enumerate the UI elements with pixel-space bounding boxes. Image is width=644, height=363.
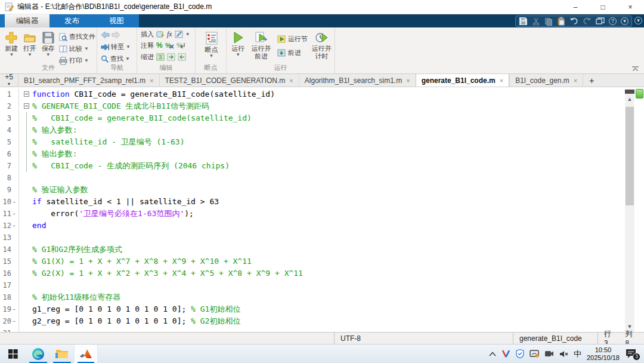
v-app-icon[interactable] — [501, 350, 510, 358]
chevron-down-icon[interactable]: ▼ — [185, 32, 190, 37]
executable-line-marker[interactable]: - — [11, 303, 17, 315]
new-tab-button[interactable]: + — [583, 74, 600, 87]
back-icon[interactable] — [101, 31, 110, 39]
code-line[interactable]: 17 — [0, 279, 625, 291]
indent-right-icon[interactable] — [167, 53, 175, 61]
notification-center-icon[interactable]: 3 — [625, 348, 639, 360]
save-icon[interactable] — [519, 17, 528, 26]
executable-line-marker[interactable] — [11, 267, 17, 279]
code-line[interactable]: 8 — [0, 172, 625, 184]
switch-windows-icon[interactable] — [596, 17, 605, 25]
run-button[interactable]: 运行 ▼ — [229, 29, 247, 60]
security-shield-icon[interactable] — [516, 349, 524, 358]
insert-section-icon[interactable] — [156, 30, 165, 38]
help-icon[interactable]: ? — [609, 17, 617, 25]
save-button[interactable]: 保存 ▼ — [39, 29, 57, 65]
executable-line-marker[interactable]: - — [11, 196, 17, 208]
document-tab[interactable]: generate_B1I_code.m× — [416, 74, 510, 87]
collapse-ribbon-icon[interactable] — [631, 66, 639, 72]
code-line[interactable]: 6% 输出参数: — [0, 148, 625, 160]
breakpoints-button[interactable]: 断点 ▼ — [202, 29, 222, 59]
insert-code-icon[interactable] — [175, 30, 183, 38]
goto-button[interactable]: 转至 ▼ — [101, 42, 137, 51]
executable-line-marker[interactable] — [11, 100, 17, 112]
code-line[interactable]: 1function CB1I_code = generate_B1I_code(… — [0, 88, 625, 100]
line-number[interactable]: 2 — [0, 100, 11, 112]
code-line[interactable]: 9% 验证输入参数 — [0, 184, 625, 196]
uncomment-icon[interactable]: % — [165, 42, 174, 50]
tab-close-icon[interactable]: × — [574, 77, 577, 84]
code-line[interactable]: 21 — [0, 327, 625, 332]
scrollbar-thumb[interactable] — [626, 107, 634, 205]
camera-icon[interactable] — [544, 350, 554, 357]
find-files-button[interactable]: 查找文件 — [59, 32, 95, 41]
taskbar-explorer-button[interactable] — [50, 344, 74, 363]
executable-line-marker[interactable]: - — [11, 315, 17, 327]
executable-line-marker[interactable] — [11, 327, 17, 332]
indent-left-icon[interactable] — [178, 53, 186, 61]
executable-line-marker[interactable] — [11, 232, 17, 244]
line-number[interactable]: 18 — [0, 291, 11, 303]
code-line[interactable]: 7% CB1I_code - 生成的测距码序列 (2046 chips) — [0, 160, 625, 172]
executable-line-marker[interactable]: - — [11, 208, 17, 220]
paste-icon[interactable] — [557, 17, 565, 26]
volume-muted-icon[interactable] — [559, 350, 568, 358]
find-button[interactable]: 查找 ▼ — [101, 54, 137, 63]
document-tab[interactable]: Algorithm_B1I_search_sim1.m× — [299, 74, 416, 87]
line-number[interactable]: 19 — [0, 303, 11, 315]
executable-line-marker[interactable] — [11, 256, 17, 267]
code-line[interactable]: 3% CB1I_code = generate_B1I_code(satelli… — [0, 112, 625, 124]
forward-icon[interactable] — [112, 31, 120, 39]
insert-function-icon[interactable]: fx — [167, 30, 172, 39]
tray-expand-icon[interactable] — [489, 352, 496, 356]
executable-line-marker[interactable] — [11, 291, 17, 303]
fold-marker-icon[interactable] — [24, 103, 29, 109]
ribbon-tab-视图[interactable]: 视图 — [94, 14, 139, 27]
executable-line-marker[interactable] — [11, 184, 17, 196]
line-number[interactable]: 4 — [0, 124, 11, 136]
wrap-comments-icon[interactable]: % — [177, 42, 185, 50]
executable-line-marker[interactable] — [11, 88, 17, 100]
run-and-advance-button[interactable]: 运行并 前进 — [249, 29, 273, 60]
fold-marker-icon[interactable] — [24, 91, 29, 97]
code-line[interactable]: 18% 初始化11级移位寄存器 — [0, 291, 625, 303]
code-line[interactable]: 14% G1和G2序列生成多项式 — [0, 244, 625, 256]
code-line[interactable]: 13 — [0, 232, 625, 244]
document-tab[interactable]: TEST2_B1I_CODE_GENERATION.m× — [159, 74, 299, 87]
executable-line-marker[interactable] — [11, 124, 17, 136]
toolbar-options-icon[interactable]: ▾ — [621, 17, 628, 25]
minimize-button[interactable]: – — [562, 0, 589, 14]
executable-line-marker[interactable]: - — [11, 220, 17, 232]
advance-button[interactable]: 前进 — [277, 48, 308, 57]
tab-overflow-button[interactable]: +5 ▼ — [0, 74, 18, 87]
close-button[interactable]: × — [617, 0, 644, 14]
tab-close-icon[interactable]: × — [150, 77, 153, 84]
tab-close-icon[interactable]: × — [289, 77, 293, 84]
executable-line-marker[interactable] — [11, 279, 17, 291]
new-button[interactable]: 新建 ▼ — [2, 29, 21, 65]
open-button[interactable]: 打开 ▼ — [21, 29, 39, 65]
code-line[interactable]: 15% G1(X) = 1 + X + X^7 + X^8 + X^9 + X^… — [0, 256, 625, 267]
redo-icon[interactable] — [583, 17, 592, 25]
line-number[interactable]: 9 — [0, 184, 11, 196]
line-number[interactable]: 15 — [0, 256, 11, 267]
code-line[interactable]: 20-g2_reg = [0 1 0 1 0 1 0 1 0 1 0]; % G… — [0, 315, 625, 327]
clock[interactable]: 10:50 2025/10/18 — [587, 346, 620, 361]
start-button[interactable] — [0, 344, 26, 363]
ribbon-tab-编辑器[interactable]: 编辑器 — [5, 14, 49, 27]
code-line[interactable]: 4% 输入参数: — [0, 124, 625, 136]
line-number[interactable]: 20 — [0, 315, 11, 327]
vertical-scrollbar[interactable]: ▲ ▼ — [625, 89, 634, 332]
run-and-time-button[interactable]: 运行并 计时 — [310, 29, 333, 60]
maximize-button[interactable]: □ — [589, 0, 617, 14]
ime-indicator[interactable]: 中 — [574, 349, 581, 359]
copy-icon[interactable] — [544, 17, 553, 26]
line-number[interactable]: 1 — [0, 88, 11, 100]
line-number[interactable]: 17 — [0, 279, 11, 291]
line-number[interactable]: 13 — [0, 232, 11, 244]
executable-line-marker[interactable] — [11, 136, 17, 148]
line-number[interactable]: 11 — [0, 208, 11, 220]
smart-indent-icon[interactable] — [156, 53, 165, 61]
executable-line-marker[interactable] — [11, 172, 17, 184]
taskbar-matlab-button[interactable] — [74, 344, 98, 363]
